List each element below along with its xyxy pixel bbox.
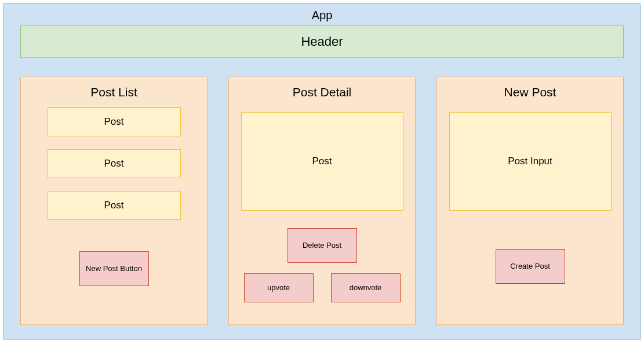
header-box: Header [20,26,624,58]
post-detail-column: Post Detail Post Delete Post upvote down… [228,77,416,325]
post-detail-title: Post Detail [293,77,352,107]
post-list-title: Post List [90,77,137,107]
post-input-label: Post Input [508,156,552,167]
header-label: Header [301,34,343,49]
list-item[interactable]: Post [48,149,181,178]
list-item[interactable]: Post [48,107,181,136]
list-item[interactable]: Post [48,191,181,220]
downvote-label: downvote [350,283,382,293]
post-list-column: Post List Post Post Post New Post Button [20,77,208,325]
new-post-column: New Post Post Input Create Post [436,77,624,325]
new-post-title: New Post [504,77,556,107]
app-container: App Header Post List Post Post Post New … [3,3,641,340]
create-post-button[interactable]: Create Post [496,249,565,284]
app-title: App [4,4,640,26]
post-detail-label: Post [312,156,332,167]
post-label: Post [104,116,123,128]
create-post-label: Create Post [510,262,550,272]
vote-row: upvote downvote [244,273,401,302]
downvote-button[interactable]: downvote [331,273,401,302]
upvote-label: upvote [267,283,290,293]
post-detail-body: Post [241,112,403,211]
columns-row: Post List Post Post Post New Post Button… [20,77,624,325]
post-label: Post [104,200,123,211]
new-post-button[interactable]: New Post Button [79,251,149,286]
new-post-button-label: New Post Button [86,264,142,274]
upvote-button[interactable]: upvote [244,273,314,302]
delete-post-label: Delete Post [303,241,341,251]
post-label: Post [104,158,123,169]
post-input[interactable]: Post Input [449,112,612,211]
delete-post-button[interactable]: Delete Post [288,228,357,263]
